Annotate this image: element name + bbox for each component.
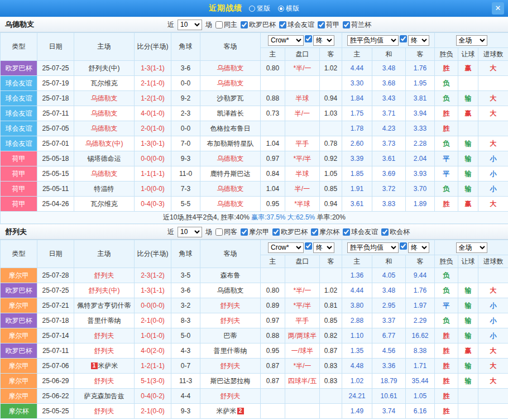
filter-checkbox[interactable]: 球会友谊 — [279, 20, 314, 30]
checkbox-input[interactable] — [400, 242, 407, 250]
match-date: 25-05-15 — [37, 166, 74, 182]
checkbox-input[interactable] — [241, 228, 248, 236]
radio-horizontal[interactable]: 横版 — [278, 4, 299, 13]
recent-count-select[interactable]: 10 — [178, 227, 202, 237]
checkbox-input[interactable] — [305, 35, 312, 42]
handicap-result-cell: 输 — [458, 359, 478, 374]
match-date: 25-07-06 — [37, 359, 74, 374]
checkbox-label: 欧罗巴杯 — [249, 20, 276, 30]
subcolumn-6: 胜负 — [435, 48, 458, 61]
checkbox-input[interactable] — [215, 21, 223, 28]
table-header-row: 类型日期主场比分(半场)角球客场Crow*终胜平负均值终全场 — [1, 33, 508, 48]
checkbox-input[interactable] — [381, 228, 389, 236]
end-avg-select[interactable]: 终 — [408, 242, 429, 253]
full-match-select[interactable]: 全场 — [456, 35, 487, 46]
checkbox-input[interactable] — [279, 21, 286, 28]
checkbox-input[interactable] — [215, 228, 223, 236]
summary-segment: 赢率:37.5% — [251, 213, 287, 221]
league-badge: 摩尔甲 — [1, 268, 37, 283]
end-avg-checkbox[interactable] — [400, 242, 407, 250]
checkbox-input[interactable] — [400, 35, 407, 42]
filter-checkbox[interactable]: 欧会杯 — [381, 227, 410, 237]
match-row[interactable]: 球会友谊25-07-18乌德勒支1-2(1-0)9-2沙勒罗瓦0.88半球0.9… — [1, 91, 508, 106]
handicap-result-cell — [458, 404, 478, 419]
match-row[interactable]: 摩尔甲25-07-14舒列夫1-0(1-0)5-0巴蒂0.88两/两球半0.82… — [1, 328, 508, 343]
end-avg-select[interactable]: 终 — [408, 35, 429, 46]
end-odds-checkbox[interactable] — [305, 35, 312, 42]
subcolumn-0: 主 — [261, 255, 285, 268]
checkbox-label: 同客 — [224, 227, 237, 237]
filter-checkbox[interactable]: 欧罗巴杯 — [272, 227, 308, 237]
match-row[interactable]: 摩尔甲25-07-21佩特罗古亨切什蒂0-0(0-0)3-2舒列夫0.89*平/… — [1, 298, 508, 313]
checkbox-input[interactable] — [343, 21, 350, 28]
crow-away-odds: 0.85 — [320, 182, 342, 197]
match-score: 0-0(0-0) — [135, 298, 171, 313]
match-row[interactable]: 摩尔杯25-05-25舒列夫2-1(0-0)9-3米萨米21.493.746.1… — [1, 404, 508, 419]
home-team: 舒列夫 — [74, 268, 135, 283]
checkbox-input[interactable] — [343, 228, 350, 236]
radio-vertical[interactable]: 竖版 — [249, 4, 270, 13]
goals-result-cell: 小 — [478, 313, 508, 328]
avg-away-odds: 35.44 — [406, 374, 435, 389]
checkbox-input[interactable] — [311, 228, 318, 236]
filter-checkbox[interactable]: 摩尔杯 — [311, 227, 339, 237]
rank-badge: 2 — [237, 408, 244, 414]
end-odds-checkbox[interactable] — [305, 242, 312, 250]
away-team: 乌德勒支 — [200, 151, 261, 166]
away-team: 森布鲁 — [200, 268, 261, 283]
match-row[interactable]: 球会友谊25-07-11乌德勒支4-0(1-0)2-3凯泽酋长0.73半/一1.… — [1, 106, 508, 121]
handicap-result-cell: 赢 — [458, 61, 478, 76]
filter-checkbox[interactable]: 同客 — [215, 227, 237, 237]
filter-checkbox[interactable]: 荷甲 — [318, 20, 339, 30]
match-date: 25-07-05 — [37, 121, 74, 136]
checkbox-input[interactable] — [241, 21, 248, 28]
avg-home-odds: 1.49 — [342, 404, 372, 419]
close-button[interactable]: ✕ — [492, 2, 504, 15]
subcolumn-8: 进球数 — [478, 255, 508, 268]
checkbox-input[interactable] — [305, 242, 312, 250]
end-avg-checkbox[interactable] — [400, 35, 407, 42]
match-row[interactable]: 欧罗巴杯25-07-25舒列夫(中)1-3(1-1)3-6乌德勒支0.80*半/… — [1, 283, 508, 298]
match-row[interactable]: 球会友谊25-07-05乌德勒支2-0(1-0)0-0色格拉布鲁日1.784.2… — [1, 121, 508, 136]
end-odds-select[interactable]: 终 — [313, 35, 334, 46]
avg-home-odds: 1.91 — [342, 182, 372, 197]
away-team: 乌德勒支 — [200, 76, 261, 91]
avg-draw-odds: 3.61 — [372, 151, 406, 166]
team-text: 乌德勒支 — [217, 79, 244, 87]
match-row[interactable]: 荷甲25-05-15乌德勒支1-1(1-1)11-0鹿特丹斯巴达0.84半球1.… — [1, 166, 508, 182]
checkbox-input[interactable] — [272, 228, 280, 236]
checkbox-input[interactable] — [318, 21, 325, 28]
recent-count-select[interactable]: 10 — [178, 20, 202, 30]
end-odds-select[interactable]: 终 — [313, 242, 334, 253]
filter-checkbox[interactable]: 荷兰杯 — [343, 20, 371, 30]
avg-odds-select[interactable]: 胜平负均值 — [347, 242, 399, 253]
match-date: 25-07-18 — [37, 313, 74, 328]
match-row[interactable]: 摩尔甲25-07-28舒列夫2-3(1-2)3-5森布鲁1.364.059.44… — [1, 268, 508, 283]
match-row[interactable]: 欧罗巴杯25-07-11舒列夫4-0(2-0)4-3普里什蒂纳0.95一/球半0… — [1, 343, 508, 359]
match-row[interactable]: 荷甲25-05-11特温特1-0(0-0)7-3乌德勒支1.04半/一0.851… — [1, 182, 508, 197]
match-row[interactable]: 欧罗巴杯25-07-25舒列夫(中)1-3(1-1)3-6乌德勒支0.80*半/… — [1, 61, 508, 76]
away-team: 斯巴达瑟拉梅 — [200, 374, 261, 389]
filter-checkbox[interactable]: 欧罗巴杯 — [241, 20, 276, 30]
match-row[interactable]: 摩尔甲25-06-22萨克森加告兹0-4(0-2)4-4舒列夫24.2110.6… — [1, 389, 508, 404]
full-match-select[interactable]: 全场 — [456, 242, 487, 253]
avg-odds-select[interactable]: 胜平负均值 — [347, 35, 399, 46]
match-row[interactable]: 球会友谊25-07-01乌德勒支(中)1-3(0-1)7-0布加勒斯特星队1.0… — [1, 136, 508, 151]
match-row[interactable]: 球会友谊25-07-19瓦尔维克2-1(1-0)0-0乌德勒支3.303.681… — [1, 76, 508, 91]
filter-checkbox[interactable]: 球会友谊 — [343, 227, 378, 237]
match-row[interactable]: 荷甲25-05-18锡塔德命运0-0(0-0)9-3乌德勒支0.97*平/半0.… — [1, 151, 508, 166]
match-row[interactable]: 荷甲25-04-26瓦尔维克0-4(0-3)5-5乌德勒支0.95*半球0.94… — [1, 197, 508, 212]
match-row[interactable]: 欧罗巴杯25-07-18普里什蒂纳2-1(0-0)8-3舒列夫0.97平手0.8… — [1, 313, 508, 328]
home-team: 1米萨米 — [74, 359, 135, 374]
crow-source-select[interactable]: Crow* — [268, 242, 304, 253]
avg-home-odds: 1.85 — [342, 166, 372, 182]
match-row[interactable]: 摩尔甲25-06-29舒列夫5-1(3-0)11-3斯巴达瑟拉梅0.87四球半/… — [1, 374, 508, 389]
crow-source-select[interactable]: Crow* — [268, 35, 304, 46]
match-row[interactable]: 摩尔甲25-07-061米萨米1-2(1-1)0-7舒列夫0.87*半/一0.8… — [1, 359, 508, 374]
filter-checkbox[interactable]: 摩尔甲 — [241, 227, 269, 237]
team-text: 舒列夫 — [94, 347, 114, 355]
crow-away-odds — [320, 268, 342, 283]
avg-away-odds: 9.44 — [406, 268, 435, 283]
handicap-line: *平/半 — [285, 151, 320, 166]
filter-checkbox[interactable]: 同主 — [215, 20, 237, 30]
